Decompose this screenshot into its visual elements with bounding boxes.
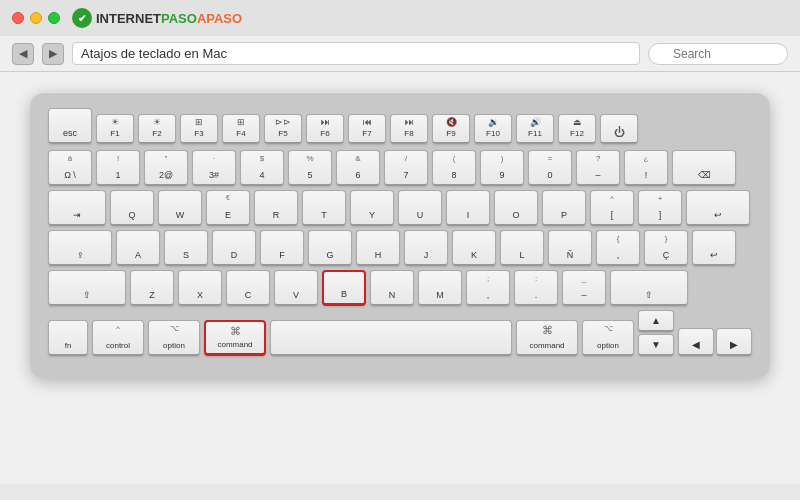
search-input[interactable] (648, 43, 788, 65)
key-g[interactable]: G (308, 230, 352, 266)
key-command-right[interactable]: ⌘ command (516, 320, 578, 356)
key-c[interactable]: C (226, 270, 270, 306)
key-h[interactable]: H (356, 230, 400, 266)
key-r[interactable]: R (254, 190, 298, 226)
key-m[interactable]: M (418, 270, 462, 306)
key-f12[interactable]: ⏏F12 (558, 114, 596, 144)
key-8[interactable]: ( 8 (432, 150, 476, 186)
key-z[interactable]: Z (130, 270, 174, 306)
key-5[interactable]: % 5 (288, 150, 332, 186)
key-arrow-down[interactable]: ▼ (638, 334, 674, 356)
logo-area: ✔ INTERNETPASOAPASO (72, 8, 242, 28)
key-f11[interactable]: 🔊F11 (516, 114, 554, 144)
key-f6[interactable]: ⏭F6 (306, 114, 344, 144)
key-j[interactable]: J (404, 230, 448, 266)
key-7[interactable]: / 7 (384, 150, 428, 186)
url-bar[interactable]: Atajos de teclado en Mac (72, 42, 640, 65)
key-f1[interactable]: ☀F1 (96, 114, 134, 144)
key-shift-right[interactable]: ⇧ (610, 270, 688, 306)
forward-button[interactable]: ▶ (42, 43, 64, 65)
key-option-right[interactable]: ⌥option (582, 320, 634, 356)
key-power[interactable]: ⏻ (600, 114, 638, 144)
key-slash[interactable]: _– (562, 270, 606, 306)
key-fn[interactable]: fn (48, 320, 88, 356)
key-minus[interactable]: ? – (576, 150, 620, 186)
key-command-left[interactable]: ⌘ command (204, 320, 266, 356)
zxcv-row: ⇧ Z X C V B N M ;, :. _– ⇧ (48, 270, 752, 306)
key-f9[interactable]: 🔇F9 (432, 114, 470, 144)
maximize-button[interactable] (48, 12, 60, 24)
key-arrow-left[interactable]: ◀ (678, 328, 714, 356)
key-6[interactable]: & 6 (336, 150, 380, 186)
asdf-row: ⇪ A S D F G H J K L Ñ {, }Ç ↩ (48, 230, 752, 266)
key-p[interactable]: P (542, 190, 586, 226)
browser-window: ✔ INTERNETPASOAPASO ◀ ▶ Atajos de teclad… (0, 0, 800, 72)
key-n[interactable]: N (370, 270, 414, 306)
minimize-button[interactable] (30, 12, 42, 24)
key-f8[interactable]: ⏭F8 (390, 114, 428, 144)
key-arrow-up[interactable]: ▲ (638, 310, 674, 332)
key-f10[interactable]: 🔉F10 (474, 114, 512, 144)
logo-text: INTERNETPASOAPASO (96, 11, 242, 26)
page-content: esc ☀F1 ☀F2 ⊞F3 ⊞F4 ⊳⊳F5 ⏭F6 ⏮F7 ⏭F8 🔇F9… (0, 72, 800, 484)
key-t[interactable]: T (302, 190, 346, 226)
key-y[interactable]: Y (350, 190, 394, 226)
key-capslock[interactable]: ⇪ (48, 230, 112, 266)
key-f5[interactable]: ⊳⊳F5 (264, 114, 302, 144)
qwerty-row: ⇥ Q W €E R T Y U I O P ^[ +] ↩ (48, 190, 752, 226)
key-option-left[interactable]: ⌥option (148, 320, 200, 356)
key-shift-left[interactable]: ⇧ (48, 270, 126, 306)
key-d[interactable]: D (212, 230, 256, 266)
key-b[interactable]: B (322, 270, 366, 306)
key-w[interactable]: W (158, 190, 202, 226)
key-e[interactable]: €E (206, 190, 250, 226)
key-arrow-right[interactable]: ▶ (716, 328, 752, 356)
key-0[interactable]: = 0 (528, 150, 572, 186)
back-button[interactable]: ◀ (12, 43, 34, 65)
key-f4[interactable]: ⊞F4 (222, 114, 260, 144)
key-f7[interactable]: ⏮F7 (348, 114, 386, 144)
key-v[interactable]: V (274, 270, 318, 306)
key-space[interactable] (270, 320, 512, 356)
bottom-row: fn ^control ⌥option ⌘ command ⌘ command … (48, 310, 752, 356)
key-tab[interactable]: ⇥ (48, 190, 106, 226)
key-i[interactable]: I (446, 190, 490, 226)
nav-bar: ◀ ▶ Atajos de teclado en Mac 🔍 (0, 36, 800, 72)
key-s[interactable]: S (164, 230, 208, 266)
traffic-lights (12, 12, 60, 24)
key-quote[interactable]: {, (596, 230, 640, 266)
key-return[interactable]: ↩ (686, 190, 750, 226)
key-f3[interactable]: ⊞F3 (180, 114, 218, 144)
key-lbracket[interactable]: ^[ (590, 190, 634, 226)
key-f[interactable]: F (260, 230, 304, 266)
key-f2[interactable]: ☀F2 (138, 114, 176, 144)
key-q[interactable]: Q (110, 190, 154, 226)
key-backspace[interactable]: ⌫ (672, 150, 736, 186)
key-o[interactable]: O (494, 190, 538, 226)
key-esc[interactable]: esc (48, 108, 92, 144)
key-backtick[interactable]: ä Ω \ (48, 150, 92, 186)
key-x[interactable]: X (178, 270, 222, 306)
key-control[interactable]: ^control (92, 320, 144, 356)
key-comma[interactable]: ;, (466, 270, 510, 306)
key-equals[interactable]: ¿ ! (624, 150, 668, 186)
key-l[interactable]: L (500, 230, 544, 266)
key-backslash[interactable]: }Ç (644, 230, 688, 266)
key-3[interactable]: · 3# (192, 150, 236, 186)
close-button[interactable] (12, 12, 24, 24)
key-semicolon[interactable]: Ñ (548, 230, 592, 266)
key-9[interactable]: ) 9 (480, 150, 524, 186)
key-k[interactable]: K (452, 230, 496, 266)
key-enter2[interactable]: ↩ (692, 230, 736, 266)
search-wrapper: 🔍 (648, 43, 788, 65)
key-rbracket[interactable]: +] (638, 190, 682, 226)
key-u[interactable]: U (398, 190, 442, 226)
key-a[interactable]: A (116, 230, 160, 266)
key-period[interactable]: :. (514, 270, 558, 306)
key-4[interactable]: $ 4 (240, 150, 284, 186)
key-2[interactable]: " 2@ (144, 150, 188, 186)
function-row: esc ☀F1 ☀F2 ⊞F3 ⊞F4 ⊳⊳F5 ⏭F6 ⏮F7 ⏭F8 🔇F9… (48, 108, 752, 144)
title-bar: ✔ INTERNETPASOAPASO (0, 0, 800, 36)
key-1[interactable]: ! 1 (96, 150, 140, 186)
logo-icon: ✔ (72, 8, 92, 28)
